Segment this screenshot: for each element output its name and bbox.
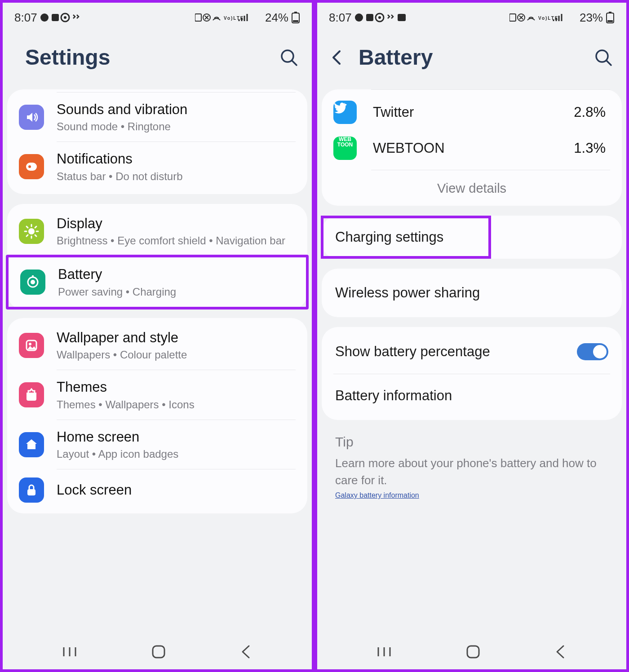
wireless-card: Wireless power sharing [322, 269, 622, 317]
item-title: Battery [58, 265, 294, 283]
svg-line-22 [35, 226, 36, 228]
svg-rect-32 [153, 646, 164, 658]
svg-rect-12 [26, 163, 37, 171]
battery-header: Battery [317, 32, 626, 89]
nav-back[interactable] [554, 644, 567, 659]
nav-bar [3, 634, 312, 669]
back-icon[interactable] [331, 49, 346, 66]
settings-item-wallpaper[interactable]: Wallpaper and style Wallpapers • Colour … [7, 321, 307, 370]
svg-rect-34 [366, 14, 373, 21]
clock: 8:07 [329, 11, 352, 25]
wallpaper-icon [19, 333, 44, 358]
svg-point-24 [31, 280, 35, 284]
nav-home[interactable] [151, 644, 166, 659]
svg-point-14 [28, 228, 35, 234]
svg-line-19 [27, 226, 28, 228]
home-icon [19, 432, 44, 457]
item-title: Lock screen [57, 481, 296, 499]
battery-extra-card: Show battery percentage Battery informat… [322, 327, 622, 420]
wireless-power-sharing-row[interactable]: Wireless power sharing [322, 271, 622, 314]
status-left-icons [354, 12, 410, 23]
app-percent: 1.3% [574, 140, 606, 156]
settings-group: Wallpaper and style Wallpapers • Colour … [7, 318, 307, 513]
battery-icon [291, 11, 300, 24]
svg-point-3 [64, 16, 66, 19]
search-icon[interactable] [594, 48, 613, 67]
webtoon-icon: WEBTOON [333, 137, 357, 160]
svg-line-20 [35, 235, 36, 236]
settings-item-display[interactable]: Display Brightness • Eye comfort shield … [7, 207, 307, 256]
tip-link[interactable]: Galaxy battery information [335, 491, 419, 500]
battery-icon [606, 11, 615, 24]
item-sub: Power saving • Charging [58, 285, 294, 299]
item-sub: Brightness • Eye comfort shield • Naviga… [57, 234, 296, 248]
battery-icon [20, 270, 45, 295]
charging-settings-card: Charging settings [322, 216, 622, 259]
display-icon [19, 219, 44, 244]
tip-block: Tip Learn more about your phone's batter… [322, 430, 622, 513]
settings-group: Sounds and vibration Sound mode • Ringto… [7, 89, 307, 194]
settings-list[interactable]: Sounds and vibration Sound mode • Ringto… [3, 89, 312, 634]
svg-rect-9 [293, 20, 298, 22]
app-percent: 2.8% [574, 104, 606, 120]
tip-title: Tip [335, 434, 608, 450]
battery-apps-card: Twitter 2.8% WEBTOON WEBTOON 1.3% View d… [322, 89, 622, 206]
svg-rect-1 [52, 14, 59, 21]
highlight-charging-settings: Charging settings [321, 216, 491, 259]
app-usage-twitter[interactable]: Twitter 2.8% [322, 94, 622, 130]
battery-info-label: Battery information [335, 388, 608, 404]
svg-point-36 [378, 16, 381, 19]
status-bar: 8:07 Vo)LTE 23% [317, 3, 626, 32]
svg-rect-25 [32, 275, 34, 277]
item-title: Home screen [57, 428, 296, 446]
view-details-button[interactable]: View details [322, 170, 622, 203]
nav-recents[interactable] [62, 645, 77, 658]
svg-rect-4 [195, 14, 201, 21]
notifications-icon [19, 154, 44, 179]
svg-point-13 [28, 165, 31, 168]
item-title: Display [57, 215, 296, 233]
svg-point-27 [29, 343, 31, 345]
settings-item-lock[interactable]: Lock screen [7, 469, 307, 511]
svg-rect-43 [607, 20, 613, 22]
nav-bar [317, 634, 626, 669]
svg-rect-28 [27, 489, 35, 495]
search-icon[interactable] [279, 48, 298, 67]
themes-icon [19, 382, 44, 407]
show-battery-pct-row[interactable]: Show battery percentage [322, 330, 622, 374]
status-bar: 8:07 Vo)LTE 24% [3, 3, 312, 32]
svg-rect-49 [467, 646, 479, 658]
battery-info-row[interactable]: Battery information [322, 374, 622, 417]
charging-settings-label: Charging settings [335, 229, 443, 245]
nav-back[interactable] [240, 644, 252, 659]
item-sub: Layout • App icon badges [57, 447, 296, 461]
svg-line-21 [27, 235, 28, 236]
nav-home[interactable] [465, 644, 481, 659]
nav-recents[interactable] [377, 645, 392, 658]
charging-settings-row[interactable]: Charging settings [323, 218, 488, 256]
settings-item-notifications[interactable]: Notifications Status bar • Do not distur… [7, 142, 307, 191]
clock: 8:07 [14, 11, 37, 25]
show-pct-toggle[interactable] [577, 343, 608, 360]
app-name: Twitter [373, 104, 574, 120]
app-name: WEBTOON [373, 140, 574, 156]
item-title: Notifications [57, 150, 296, 168]
svg-rect-42 [609, 12, 611, 13]
settings-item-themes[interactable]: Themes Themes • Wallpapers • Icons [7, 370, 307, 419]
settings-group: Display Brightness • Eye comfort shield … [7, 204, 307, 309]
settings-item-home[interactable]: Home screen Layout • App icon badges [7, 420, 307, 469]
svg-line-45 [607, 61, 611, 65]
item-title: Wallpaper and style [57, 329, 296, 347]
svg-line-11 [292, 61, 297, 65]
sound-icon [19, 105, 44, 130]
settings-item-battery[interactable]: Battery Power saving • Charging [9, 257, 306, 306]
settings-item-sounds[interactable]: Sounds and vibration Sound mode • Ringto… [7, 93, 307, 141]
status-right-icons: Vo)LTE [195, 12, 262, 23]
item-sub: Themes • Wallpapers • Icons [57, 398, 296, 411]
page-title: Battery [359, 45, 581, 70]
svg-point-0 [40, 13, 49, 22]
phone-right: 8:07 Vo)LTE 23% Battery Twitter 2.8% [314, 0, 629, 672]
app-usage-webtoon[interactable]: WEBTOON WEBTOON 1.3% [322, 130, 622, 166]
wireless-label: Wireless power sharing [335, 285, 608, 301]
battery-content[interactable]: Twitter 2.8% WEBTOON WEBTOON 1.3% View d… [317, 89, 626, 634]
